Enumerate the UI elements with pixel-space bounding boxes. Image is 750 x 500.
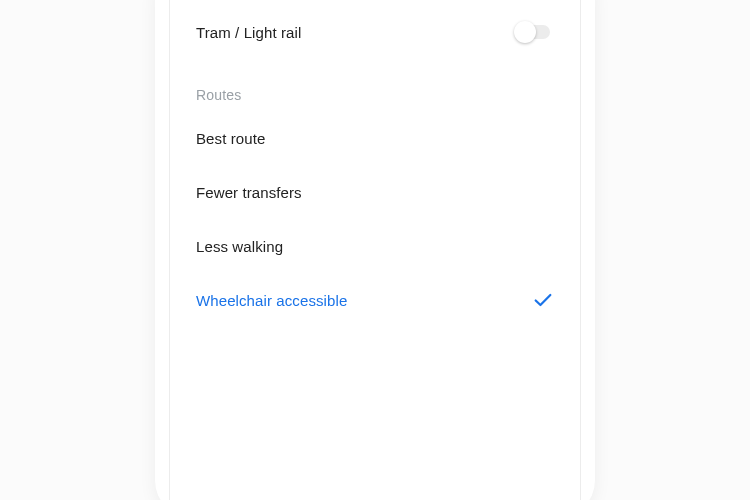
route-option-walking[interactable]: Less walking <box>196 219 554 273</box>
toggle-knob <box>514 21 536 43</box>
toggle-tram[interactable] <box>514 21 554 43</box>
route-option-transfers[interactable]: Fewer transfers <box>196 165 554 219</box>
transport-label-tram: Tram / Light rail <box>196 24 301 41</box>
routes-header: Routes <box>196 59 554 103</box>
phone-frame: Subway Tram / Light rail Routes Best rou… <box>155 0 595 500</box>
route-option-label: Wheelchair accessible <box>196 292 347 309</box>
transport-row-tram: Tram / Light rail <box>196 5 554 59</box>
route-option-label: Best route <box>196 130 265 147</box>
route-option-best[interactable]: Best route <box>196 111 554 165</box>
settings-panel: Subway Tram / Light rail Routes Best rou… <box>170 0 580 327</box>
route-option-wheelchair[interactable]: Wheelchair accessible <box>196 273 554 327</box>
check-icon <box>532 289 554 311</box>
screen: Subway Tram / Light rail Routes Best rou… <box>169 0 581 500</box>
route-option-label: Less walking <box>196 238 283 255</box>
route-option-label: Fewer transfers <box>196 184 302 201</box>
